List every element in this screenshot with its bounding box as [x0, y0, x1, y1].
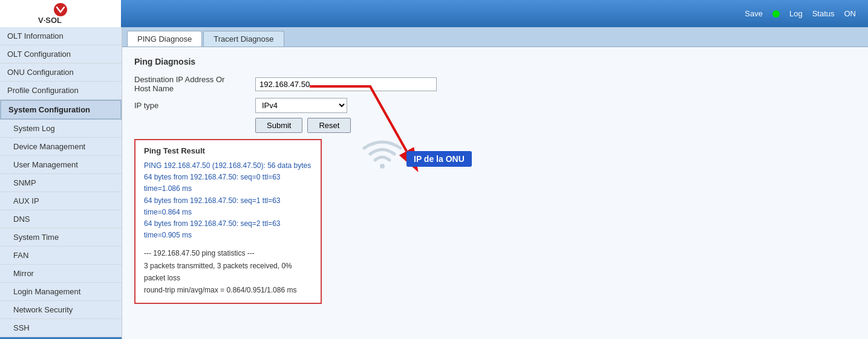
sidebar: OLT Information OLT Configuration ONU Co… — [0, 27, 122, 339]
status-link[interactable]: Status — [812, 9, 835, 18]
vsol-logo: V·SOL — [27, 2, 94, 25]
svg-text:V·SOL: V·SOL — [38, 16, 62, 25]
page-title: Ping Diagnosis — [134, 57, 856, 66]
sidebar-item-profile-configuration[interactable]: Profile Configuration — [0, 82, 122, 100]
logo-area: V·SOL — [0, 0, 121, 27]
content-area: Ping Diagnosis Destination IP Address Or… — [122, 47, 868, 314]
sidebar-item-fan[interactable]: FAN — [0, 247, 122, 265]
on-label: ON — [844, 9, 857, 18]
destination-label: Destination IP Address OrHost Name — [134, 75, 255, 93]
ip-type-select[interactable]: IPv4 IPv6 — [255, 98, 347, 113]
ip-type-label: IP type — [134, 101, 255, 110]
tabs-bar: PING Diagnose Tracert Diagnose — [122, 27, 868, 47]
ping-line-0: PING 192.168.47.50 (192.168.47.50): 56 d… — [144, 160, 312, 172]
button-row: Submit Reset — [255, 118, 856, 133]
sidebar-item-aux-ip[interactable]: AUX IP — [0, 192, 122, 210]
ip-type-row: IP type IPv4 IPv6 — [134, 98, 856, 113]
ping-line-1: 64 bytes from 192.168.47.50: seq=0 ttl=6… — [144, 172, 312, 195]
ping-line-2: 64 bytes from 192.168.47.50: seq=1 ttl=6… — [144, 195, 312, 218]
tab-tracert-diagnose[interactable]: Tracert Diagnose — [203, 31, 284, 47]
svg-point-0 — [54, 3, 67, 16]
sidebar-item-snmp[interactable]: SNMP — [0, 174, 122, 192]
tab-ping-diagnose[interactable]: PING Diagnose — [127, 31, 202, 47]
sidebar-item-olt-configuration[interactable]: OLT Configuration — [0, 45, 122, 63]
ping-stat-0: --- 192.168.47.50 ping statistics --- — [144, 247, 312, 259]
sidebar-item-user-management[interactable]: User Management — [0, 156, 122, 174]
save-button[interactable]: Save — [745, 9, 763, 18]
ping-stat-2: round-trip min/avg/max = 0.864/0.951/1.0… — [144, 284, 312, 296]
ping-line-3: 64 bytes from 192.168.47.50: seq=2 ttl=6… — [144, 218, 312, 241]
submit-button[interactable]: Submit — [255, 118, 302, 133]
sidebar-item-device-management[interactable]: Device Management — [0, 138, 122, 156]
status-indicator — [772, 10, 780, 18]
ping-stats: --- 192.168.47.50 ping statistics --- 3 … — [144, 247, 312, 297]
ping-result-title: Ping Test Result — [144, 146, 312, 155]
sidebar-item-onu-configuration[interactable]: ONU Configuration — [0, 63, 122, 82]
sidebar-item-network-security[interactable]: Network Security — [0, 301, 122, 319]
destination-input[interactable] — [255, 77, 437, 91]
sidebar-item-ssh[interactable]: SSH — [0, 319, 122, 337]
sidebar-item-system-time[interactable]: System Time — [0, 228, 122, 247]
sidebar-item-login-management[interactable]: Login Management — [0, 283, 122, 301]
main-content: PING Diagnose Tracert Diagnose Ping Diag… — [122, 27, 868, 339]
destination-row: Destination IP Address OrHost Name — [134, 75, 856, 93]
ping-result-box: Ping Test Result PING 192.168.47.50 (192… — [134, 139, 322, 304]
sidebar-item-system-log[interactable]: System Log — [0, 120, 122, 138]
log-link[interactable]: Log — [789, 9, 803, 18]
reset-button[interactable]: Reset — [307, 118, 351, 133]
sidebar-item-system-configuration[interactable]: System Configuration — [0, 100, 122, 120]
sidebar-item-mirror[interactable]: Mirror — [0, 265, 122, 283]
header-bar: Save Log Status ON — [121, 0, 868, 27]
sidebar-item-dns[interactable]: DNS — [0, 210, 122, 228]
ping-stat-1: 3 packets transmitted, 3 packets receive… — [144, 260, 312, 285]
sidebar-item-olt-information[interactable]: OLT Information — [0, 27, 122, 45]
onu-badge: IP de la ONU — [406, 151, 472, 167]
